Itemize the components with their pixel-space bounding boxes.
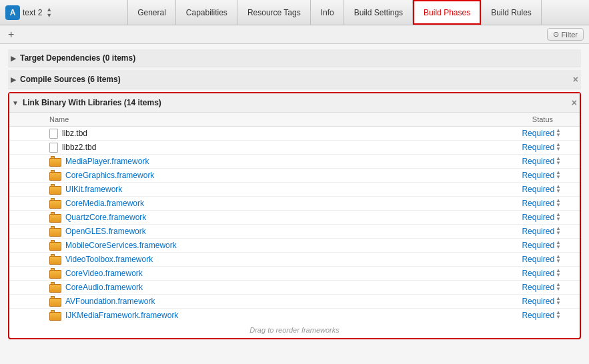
- section-link-binary: ▼ Link Binary With Libraries (14 items) …: [8, 92, 581, 339]
- file-status-cell: Required▲▼: [389, 127, 580, 141]
- table-row: MediaPlayer.frameworkRequired▲▼: [9, 155, 580, 169]
- status-stepper[interactable]: ▲▼: [556, 311, 561, 320]
- framework-icon-wrapper: [49, 282, 61, 293]
- file-name: UIKit.framework: [65, 185, 122, 194]
- file-name-cell: VideoToolbox.framework: [9, 253, 389, 267]
- status-stepper[interactable]: ▲▼: [556, 283, 561, 292]
- link-binary-close-button[interactable]: ×: [572, 97, 577, 108]
- framework-icon-wrapper: [49, 296, 61, 307]
- status-text: Required: [522, 283, 554, 292]
- toolbar: A text 2 ▲▼ General Capabilities Resourc…: [0, 0, 589, 25]
- table-row: QuartzCore.frameworkRequired▲▼: [9, 211, 580, 225]
- file-name: VideoToolbox.framework: [65, 255, 153, 264]
- file-status-cell: Required▲▼: [389, 309, 580, 323]
- framework-icon-wrapper: [49, 240, 61, 251]
- table-row: CoreAudio.frameworkRequired▲▼: [9, 281, 580, 295]
- status-text: Required: [522, 269, 554, 278]
- framework-icon-wrapper: [49, 226, 61, 237]
- status-stepper[interactable]: ▲▼: [556, 227, 561, 236]
- tab-resource-tags[interactable]: Resource Tags: [237, 0, 311, 25]
- framework-icon-wrapper: [49, 156, 61, 167]
- tab-build-phases[interactable]: Build Phases: [413, 0, 481, 25]
- collapse-triangle-target-deps: ▶: [11, 55, 16, 62]
- table-row: libbz2.tbdRequired▲▼: [9, 141, 580, 155]
- file-name: libz.tbd: [62, 129, 87, 138]
- table-row: IJKMediaFramework.frameworkRequired▲▼: [9, 309, 580, 323]
- table-row: libz.tbdRequired▲▼: [9, 127, 580, 141]
- table-row: CoreMedia.frameworkRequired▲▼: [9, 197, 580, 211]
- project-stepper[interactable]: ▲▼: [46, 7, 52, 19]
- file-name-cell: UIKit.framework: [9, 183, 389, 197]
- framework-icon-wrapper: [49, 184, 61, 195]
- status-stepper[interactable]: ▲▼: [556, 185, 561, 194]
- status-stepper[interactable]: ▲▼: [556, 297, 561, 306]
- status-stepper[interactable]: ▲▼: [556, 255, 561, 264]
- name-column-header: Name: [9, 113, 389, 127]
- xcode-icon: A: [5, 5, 20, 20]
- status-stepper[interactable]: ▲▼: [556, 213, 561, 222]
- file-name-cell: QuartzCore.framework: [9, 211, 389, 225]
- tab-capabilities[interactable]: Capabilities: [176, 0, 237, 25]
- status-text: Required: [522, 311, 554, 320]
- section-header-compile-sources[interactable]: ▶ Compile Sources (6 items) ×: [8, 70, 581, 89]
- status-text: Required: [522, 213, 554, 222]
- status-text: Required: [522, 227, 554, 236]
- status-stepper[interactable]: ▲▼: [556, 171, 561, 180]
- collapse-triangle-link-binary: ▼: [12, 99, 19, 107]
- add-button[interactable]: +: [5, 29, 17, 40]
- status-text: Required: [522, 157, 554, 166]
- compile-sources-close-button[interactable]: ×: [573, 74, 578, 85]
- table-row: CoreGraphics.frameworkRequired▲▼: [9, 169, 580, 183]
- framework-icon-wrapper: [49, 310, 61, 321]
- tab-general[interactable]: General: [127, 0, 176, 25]
- action-bar: + ⊙ Filter: [0, 25, 589, 44]
- filter-icon: ⊙: [553, 30, 559, 39]
- file-name-cell: OpenGLES.framework: [9, 225, 389, 239]
- file-name-cell: CoreGraphics.framework: [9, 169, 389, 183]
- tab-build-rules[interactable]: Build Rules: [481, 0, 542, 25]
- file-name: CoreAudio.framework: [65, 283, 143, 292]
- tab-build-settings[interactable]: Build Settings: [344, 0, 413, 25]
- section-header-target-dependencies[interactable]: ▶ Target Dependencies (0 items): [8, 49, 581, 67]
- status-text: Required: [522, 255, 554, 264]
- file-name: CoreMedia.framework: [65, 199, 144, 208]
- file-status-cell: Required▲▼: [389, 141, 580, 155]
- file-table: Name Status libz.tbdRequired▲▼libbz2.tbd…: [9, 113, 580, 322]
- file-status-cell: Required▲▼: [389, 225, 580, 239]
- file-name-cell: CoreMedia.framework: [9, 197, 389, 211]
- status-stepper[interactable]: ▲▼: [556, 241, 561, 250]
- status-text: Required: [522, 297, 554, 306]
- status-stepper[interactable]: ▲▼: [556, 129, 561, 138]
- framework-icon-wrapper: [49, 254, 61, 265]
- section-title-target-dependencies: Target Dependencies (0 items): [20, 53, 135, 63]
- file-name: MobileCoreServices.framework: [65, 241, 177, 250]
- framework-icon-wrapper: [49, 212, 61, 223]
- file-status-cell: Required▲▼: [389, 197, 580, 211]
- tab-info[interactable]: Info: [311, 0, 344, 25]
- svg-text:A: A: [10, 8, 16, 17]
- section-compile-sources: ▶ Compile Sources (6 items) ×: [8, 70, 581, 89]
- table-row: MobileCoreServices.frameworkRequired▲▼: [9, 239, 580, 253]
- project-name: text 2: [23, 8, 42, 17]
- file-name-cell: MediaPlayer.framework: [9, 155, 389, 169]
- status-stepper[interactable]: ▲▼: [556, 269, 561, 278]
- status-text: Required: [522, 199, 554, 208]
- file-status-cell: Required▲▼: [389, 211, 580, 225]
- status-stepper[interactable]: ▲▼: [556, 157, 561, 166]
- status-text: Required: [522, 185, 554, 194]
- status-text: Required: [522, 143, 554, 152]
- table-row: OpenGLES.frameworkRequired▲▼: [9, 225, 580, 239]
- file-status-cell: Required▲▼: [389, 155, 580, 169]
- file-name-cell: libz.tbd: [9, 127, 389, 141]
- file-status-cell: Required▲▼: [389, 281, 580, 295]
- filter-button[interactable]: ⊙ Filter: [547, 28, 584, 41]
- file-name-cell: CoreAudio.framework: [9, 281, 389, 295]
- file-status-cell: Required▲▼: [389, 295, 580, 309]
- main-content: ▶ Target Dependencies (0 items) ▶ Compil…: [0, 44, 589, 364]
- file-name: MediaPlayer.framework: [65, 157, 149, 166]
- file-name: OpenGLES.framework: [65, 227, 146, 236]
- status-stepper[interactable]: ▲▼: [556, 143, 561, 152]
- status-stepper[interactable]: ▲▼: [556, 199, 561, 208]
- section-header-link-binary[interactable]: ▼ Link Binary With Libraries (14 items) …: [9, 93, 580, 113]
- file-name: AVFoundation.framework: [65, 297, 155, 306]
